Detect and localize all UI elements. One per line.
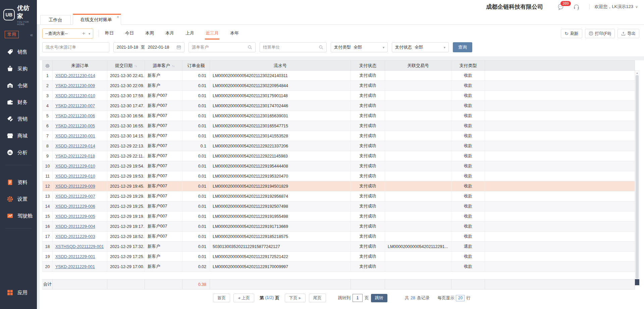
export-button[interactable]: 导出 (618, 29, 639, 38)
sidebar-item-finance[interactable]: 财务 (0, 94, 37, 111)
source-order-link[interactable]: XSDD-20211230-001 (55, 134, 95, 138)
query-scheme-select[interactable]: --查询方案-- + ▾ (42, 28, 93, 39)
last-page-button[interactable]: 尾页 (309, 294, 326, 302)
source-order-link[interactable]: YSKD-20211229-018 (55, 154, 95, 159)
vertical-scrollbar[interactable]: ▲ (635, 70, 639, 286)
table-row[interactable]: 3XSDD-20211230-0102021-12-30 17:59...新客户… (43, 91, 635, 101)
caret-down-icon[interactable]: ▾ (89, 32, 90, 36)
next-page-button[interactable]: 下页 ▶ (285, 294, 306, 302)
scrollbar-end-cap[interactable] (635, 279, 639, 285)
serial-or-order-input[interactable] (42, 42, 109, 52)
quick-range-this-week[interactable]: 本周 (145, 28, 155, 40)
scroll-up-icon[interactable]: ▲ (636, 71, 638, 75)
source-order-link[interactable]: XSDD-20211229-014 (55, 144, 95, 148)
close-tab-icon[interactable]: × (117, 15, 119, 19)
table-row[interactable]: 13XSDD-20211229-0072021-12-29 19:29...新客… (43, 191, 635, 201)
per-page-input[interactable]: 20 (456, 295, 465, 301)
table-row[interactable]: 1XSDD-20211230-0142021-12-30 22:41...新客户… (43, 71, 635, 81)
table-row[interactable]: 11XSDD-20211229-0102021-12-29 19:53...新客… (43, 171, 635, 181)
source-order-link[interactable]: XSDD-20211229-003 (55, 234, 95, 239)
settlement-unit-input[interactable]: 结算单位 (260, 42, 327, 52)
table-row[interactable]: 9YSKD-20211229-0182021-12-29 22:11...新客户… (43, 151, 635, 161)
sort-icon[interactable]: ↑↓ (172, 64, 174, 68)
tag-icon (7, 49, 13, 55)
tab-workbench[interactable]: 工作台 (40, 15, 71, 25)
source-order-link[interactable]: YSKD-20211230-007 (55, 104, 95, 108)
table-row[interactable]: 8XSDD-20211229-0142021-12-29 22:13...新客户… (43, 141, 635, 151)
sidebar-item-settings[interactable]: 设置 (0, 191, 37, 207)
quick-range-this-year[interactable]: 本年 (229, 28, 239, 40)
table-row[interactable]: 14XSDD-20211229-0062021-12-29 19:25...新客… (43, 201, 635, 211)
table-row[interactable]: 6YSKD-20211230-0052021-12-30 16:55...新客户… (43, 121, 635, 131)
source-order-link[interactable]: YSKD-20211230-006 (55, 114, 95, 118)
sidebar-item-analytics[interactable]: 分析 (0, 144, 37, 161)
source-order-link[interactable]: XSDD-20211229-009 (55, 184, 95, 189)
sidebar-item-mall[interactable]: 商城 (0, 127, 37, 144)
source-order-link[interactable]: YSKD-20211229-001 (55, 264, 95, 269)
pay-type-select[interactable]: 支付类型 全部 ▾ (331, 42, 388, 52)
welcome-text: 欢迎您，LK演示123 (594, 4, 633, 10)
messages-button[interactable]: 389 (557, 3, 564, 10)
col-source-customer[interactable]: 源单客户↑↓ (145, 61, 182, 71)
table-row[interactable]: 10XSDD-20211229-0102021-12-29 19:54...新客… (43, 161, 635, 171)
sort-icon[interactable]: ↑↓ (134, 64, 137, 68)
col-submit-date[interactable]: 提交日期↑↓ (107, 61, 145, 71)
jump-button[interactable]: 跳转 (371, 294, 387, 302)
sidebar-item-warehouse[interactable]: 仓储 (0, 77, 37, 94)
table-row[interactable]: 7XSDD-20211230-0012021-12-30 14:15...新客户… (43, 131, 635, 141)
table-row[interactable]: 18XSTHSQD-20211229-0012021-12-29 17:32..… (43, 242, 635, 252)
source-order-link[interactable]: YSKD-20211230-009 (55, 83, 95, 88)
column-settings-icon[interactable] (45, 63, 50, 68)
pay-status-select[interactable]: 支付状态 全部 ▾ (392, 42, 449, 52)
support-button[interactable] (573, 3, 580, 10)
table-row[interactable]: 4YSKD-20211230-0072021-12-30 17:47...新客户… (43, 101, 635, 111)
table-row[interactable]: 17XSDD-20211229-0032021-12-29 18:52...新客… (43, 232, 635, 242)
sidebar-item-marketing[interactable]: 营销 (0, 111, 37, 127)
search-icon[interactable] (248, 45, 252, 50)
print-button[interactable]: 打印(F8) (585, 29, 615, 38)
sidebar-item-apps[interactable]: 应用 (0, 284, 37, 301)
favorites-badge[interactable]: 常用 (5, 31, 19, 38)
jump-page-input[interactable] (353, 294, 363, 302)
source-customer-input[interactable]: 源单客户 (189, 42, 256, 52)
search-icon[interactable] (319, 45, 323, 50)
refresh-button[interactable]: ↻ 刷新 (561, 29, 582, 38)
warehouse-icon (7, 82, 13, 89)
source-order-link[interactable]: XSDD-20211229-007 (55, 194, 95, 199)
source-order-link[interactable]: XSDD-20211229-010 (55, 164, 95, 169)
table-row[interactable]: 20YSKD-20211229-0012021-12-29 17:00...新客… (43, 262, 635, 272)
table-row[interactable]: 16XSDD-20211229-0042021-12-29 19:17...新客… (43, 222, 635, 232)
table-row[interactable]: 12XSDD-20211229-0092021-12-29 19:45...新客… (43, 181, 635, 191)
add-scheme-icon[interactable]: + (82, 30, 85, 37)
source-order-link[interactable]: XSDD-20211230-010 (55, 94, 95, 98)
date-range-picker[interactable]: 2021-10-18 至 2022-01-18 (113, 42, 184, 52)
source-order-link[interactable]: XSDD-20211230-014 (55, 73, 95, 78)
source-order-link[interactable]: XSTHSQD-20211229-001 (55, 244, 104, 249)
sidebar-item-sales[interactable]: 销售 (0, 44, 37, 60)
user-menu[interactable]: 欢迎您，LK演示123 ∨ (594, 4, 638, 10)
table-row[interactable]: 2YSKD-20211230-0092021-12-30 22:09...新客户… (43, 81, 635, 91)
source-order-link[interactable]: YSKD-20211230-005 (55, 124, 95, 128)
scrollbar-thumb[interactable] (636, 75, 639, 279)
tab-online-payment-statement[interactable]: 在线支付对账单 × (73, 14, 121, 25)
quick-range-this-month[interactable]: 本月 (165, 28, 175, 40)
source-order-link[interactable]: XSDD-20211229-001 (55, 254, 95, 259)
search-button[interactable]: 查询 (453, 42, 472, 52)
table-row[interactable]: 15XSDD-20211229-0052021-12-29 19:19...新客… (43, 211, 635, 222)
table-row[interactable]: 5YSKD-20211230-0062021-12-30 16:56...新客户… (43, 111, 635, 121)
source-order-link[interactable]: XSDD-20211229-010 (55, 174, 95, 179)
quick-range-today[interactable]: 今日 (124, 28, 135, 40)
table-row[interactable]: 19XSDD-20211229-0012021-12-29 17:25...新客… (43, 252, 635, 262)
source-order-link[interactable]: XSDD-20211229-004 (55, 224, 95, 229)
source-order-link[interactable]: XSDD-20211229-005 (55, 214, 95, 219)
quick-range-last-month[interactable]: 上月 (185, 28, 195, 40)
sidebar-item-purchase[interactable]: 采购 (0, 60, 37, 77)
collapse-sidebar-icon[interactable]: « (30, 32, 33, 38)
sidebar-item-data[interactable]: 资料 (0, 174, 37, 191)
source-order-link[interactable]: XSDD-20211229-006 (55, 204, 95, 209)
sidebar-item-cockpit[interactable]: 驾驶舱 (0, 207, 37, 224)
prev-page-button[interactable]: ◀ 上页 (233, 294, 254, 302)
quick-range-last-3-months[interactable]: 近三月 (205, 28, 219, 40)
quick-range-yesterday[interactable]: 昨日 (104, 28, 114, 40)
first-page-button[interactable]: 首页 (213, 294, 230, 302)
